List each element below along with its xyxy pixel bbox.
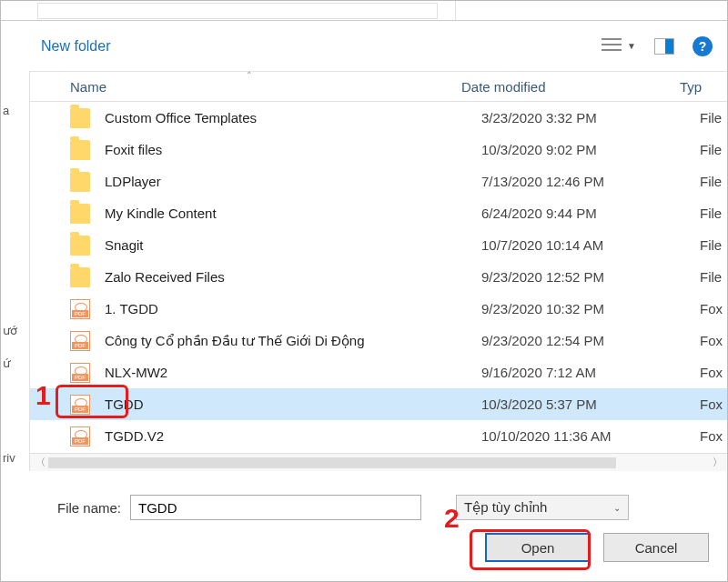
file-name: TGDD [105, 396, 481, 412]
nav-tree-clipped: a ướ ứ riv [1, 71, 30, 471]
new-folder-button[interactable]: New folder [41, 38, 110, 55]
file-list: Custom Office Templates3/23/2020 3:32 PM… [30, 102, 727, 453]
file-date: 9/23/2020 12:54 PM [481, 333, 700, 348]
header-type[interactable]: Typ [680, 79, 727, 95]
folder-icon [70, 108, 90, 128]
file-row[interactable]: Zalo Received Files9/23/2020 12:52 PMFil… [30, 261, 727, 293]
file-type: Fox [700, 428, 723, 444]
pdf-icon [70, 426, 90, 447]
folder-icon [70, 236, 90, 256]
file-row[interactable]: 1. TGDD9/23/2020 10:32 PMFox [30, 293, 727, 325]
file-row[interactable]: NLX-MW29/16/2020 7:12 AMFox [30, 356, 727, 388]
annotation-2: 2 [444, 503, 460, 534]
file-date: 3/23/2020 3:32 PM [481, 110, 700, 125]
file-date: 6/24/2020 9:44 PM [481, 206, 700, 221]
filename-input[interactable] [130, 495, 421, 520]
list-icon [602, 38, 622, 55]
file-row[interactable]: TGDD.V210/10/2020 11:36 AMFox [30, 420, 727, 452]
file-type: Fox [700, 396, 723, 412]
preview-pane-button[interactable] [654, 38, 674, 55]
header-name[interactable]: Name [70, 79, 461, 95]
file-type: File [700, 174, 722, 189]
scroll-thumb[interactable] [48, 457, 616, 468]
chevron-down-icon: ▼ [627, 41, 636, 51]
file-type: File [700, 269, 722, 285]
file-row[interactable]: Snagit10/7/2020 10:14 AMFile [30, 229, 727, 261]
file-name: Zalo Received Files [105, 269, 481, 285]
view-mode-button[interactable]: ▼ [602, 38, 636, 55]
file-row[interactable]: Công ty Cổ phần Đầu tư Thế Giới Di Động9… [30, 325, 727, 356]
file-row[interactable]: LDPlayer7/13/2020 12:46 PMFile [30, 166, 727, 197]
pdf-icon [70, 395, 90, 415]
file-name: Custom Office Templates [105, 110, 481, 125]
header-date[interactable]: Date modified [461, 79, 680, 95]
file-name: Snagit [105, 237, 481, 253]
help-icon[interactable]: ? [693, 36, 713, 56]
pdf-icon [70, 363, 90, 383]
filter-label: Tệp tùy chỉnh [464, 499, 547, 516]
file-row[interactable]: Foxit files10/3/2020 9:02 PMFile [30, 134, 727, 166]
column-headers[interactable]: Name Date modified Typ [30, 71, 727, 102]
file-date: 7/13/2020 12:46 PM [481, 174, 700, 189]
file-date: 9/23/2020 10:32 PM [481, 301, 700, 316]
scroll-right-icon[interactable]: 〉 [709, 456, 725, 469]
pdf-icon [70, 299, 90, 319]
file-name: Công ty Cổ phần Đầu tư Thế Giới Di Động [105, 333, 481, 349]
folder-icon [70, 140, 90, 160]
file-type: File [700, 142, 722, 157]
file-type: Fox [700, 365, 723, 380]
folder-icon [70, 204, 90, 224]
filename-label: File name: [57, 500, 121, 516]
file-date: 10/3/2020 5:37 PM [481, 396, 700, 412]
file-name: LDPlayer [105, 174, 481, 189]
file-type: File [700, 237, 722, 253]
file-row[interactable]: TGDD10/3/2020 5:37 PMFox [30, 388, 727, 420]
file-name: TGDD.V2 [105, 428, 481, 444]
pdf-icon [70, 331, 90, 351]
file-date: 10/10/2020 11:36 AM [481, 428, 700, 444]
file-row[interactable]: My Kindle Content6/24/2020 9:44 PMFile [30, 197, 727, 229]
file-date: 9/16/2020 7:12 AM [481, 365, 700, 380]
scroll-left-icon[interactable]: 〈 [32, 456, 48, 469]
cancel-button[interactable]: Cancel [603, 533, 709, 562]
file-type-filter[interactable]: Tệp tùy chỉnh ⌄ [456, 495, 629, 520]
file-row[interactable]: Custom Office Templates3/23/2020 3:32 PM… [30, 102, 727, 134]
annotation-1: 1 [35, 380, 51, 411]
file-name: 1. TGDD [105, 301, 481, 316]
toolbar: New folder ▼ ? [1, 21, 727, 71]
horizontal-scrollbar[interactable]: 〈 〉 [30, 453, 727, 471]
file-date: 9/23/2020 12:52 PM [481, 269, 700, 285]
chevron-down-icon: ⌄ [613, 503, 621, 513]
open-button[interactable]: Open [485, 533, 591, 562]
file-type: File [700, 110, 722, 125]
file-name: Foxit files [105, 142, 481, 157]
file-name: NLX-MW2 [105, 365, 481, 380]
file-date: 10/7/2020 10:14 AM [481, 237, 700, 253]
bottom-panel: File name: Tệp tùy chỉnh ⌄ Open Cancel [1, 471, 727, 562]
folder-icon [70, 267, 90, 287]
file-type: File [700, 206, 722, 221]
file-type: Fox [700, 333, 723, 348]
window-top-clipped [1, 1, 727, 21]
folder-icon [70, 172, 90, 192]
file-type: Fox [700, 301, 723, 316]
file-date: 10/3/2020 9:02 PM [481, 142, 700, 157]
file-name: My Kindle Content [105, 206, 481, 221]
